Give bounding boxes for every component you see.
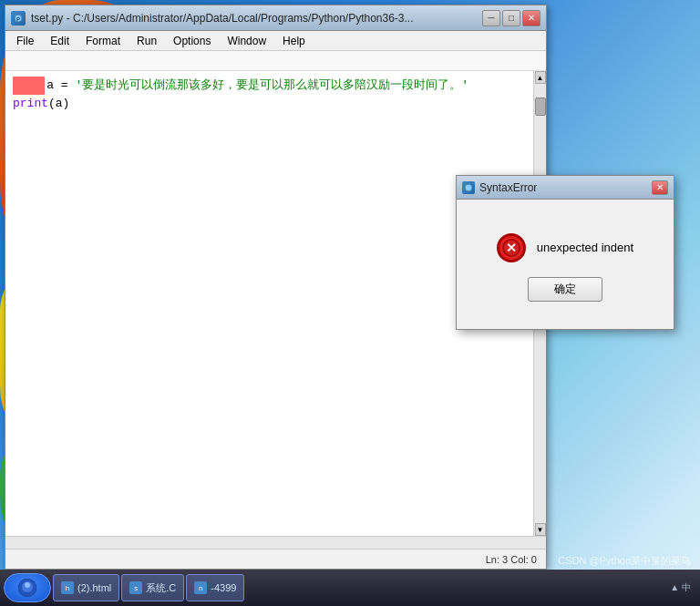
watermark-text: CSDN @Python菜中菜的菜鸟 <box>558 555 691 566</box>
dialog-titlebar: SyntaxError ✕ <box>457 176 674 200</box>
dialog-body: ✕ unexpected indent 确定 <box>457 200 674 329</box>
titlebar-buttons: ─ □ ✕ <box>482 10 540 26</box>
dialog-message-text: unexpected indent <box>537 241 633 254</box>
taskbar-sys-label: 系统.C <box>146 581 176 595</box>
code-print-keyword: print <box>13 95 48 113</box>
code-line-2: print(a) <box>13 95 526 113</box>
idle-titlebar: P tset.py - C:/Users/Administrator/AppDa… <box>5 5 546 31</box>
taskbar-item-num[interactable]: n -4399 <box>186 574 244 601</box>
taskbar-items: h (2).html s 系统.C n -4399 <box>53 574 663 601</box>
taskbar-num-label: -4399 <box>211 582 236 593</box>
taskbar-time: ▲ 中 <box>670 581 691 594</box>
dialog-title-text: SyntaxError <box>479 181 537 194</box>
scroll-thumb[interactable] <box>535 98 546 116</box>
dialog-close-button[interactable]: ✕ <box>652 180 668 195</box>
start-button[interactable] <box>4 573 51 602</box>
code-line-1: a = '要是时光可以倒流那该多好，要是可以那么就可以多陪汉励一段时间了。' <box>13 77 526 95</box>
close-button[interactable]: ✕ <box>522 10 540 26</box>
menu-options[interactable]: Options <box>166 33 218 49</box>
maximize-button[interactable]: □ <box>502 10 520 26</box>
menu-help[interactable]: Help <box>275 33 313 49</box>
dialog-app-icon <box>462 181 475 194</box>
svg-point-2 <box>465 184 472 191</box>
idle-title-text: tset.py - C:/Users/Administrator/AppData… <box>31 12 414 25</box>
taskbar-sys-icon: s <box>129 581 142 594</box>
titlebar-left: P tset.py - C:/Users/Administrator/AppDa… <box>11 11 414 26</box>
syntax-error-dialog: SyntaxError ✕ ✕ unexpected indent 确定 <box>456 175 674 330</box>
code-print-args: (a) <box>48 95 69 113</box>
cursor-position: Ln: 3 Col: 0 <box>486 554 537 565</box>
taskbar-item-html[interactable]: h (2).html <box>53 574 119 601</box>
scroll-down-arrow[interactable]: ▼ <box>535 523 546 536</box>
csdn-watermark: CSDN @Python菜中菜的菜鸟 <box>558 554 691 568</box>
taskbar-num-icon: n <box>194 581 207 594</box>
idle-statusbar: Ln: 3 Col: 0 <box>5 549 546 569</box>
dialog-title-left: SyntaxError <box>462 181 537 194</box>
dialog-message-row: ✕ unexpected indent <box>497 233 633 262</box>
menu-format[interactable]: Format <box>78 33 128 49</box>
menu-run[interactable]: Run <box>129 33 164 49</box>
taskbar-html-label: (2).html <box>77 582 111 593</box>
taskbar-system-tray: ▲ 中 <box>664 581 696 594</box>
taskbar: h (2).html s 系统.C n -4399 ▲ 中 <box>0 570 700 606</box>
minimize-button[interactable]: ─ <box>482 10 500 26</box>
dialog-ok-button[interactable]: 确定 <box>528 277 602 302</box>
svg-point-8 <box>25 582 30 588</box>
menu-file[interactable]: File <box>9 33 41 49</box>
menu-window[interactable]: Window <box>220 33 273 49</box>
scroll-up-arrow[interactable]: ▲ <box>535 71 546 84</box>
code-line1-text: a = '要是时光可以倒流那该多好，要是可以那么就可以多陪汉励一段时间了。' <box>46 77 468 95</box>
idle-menubar: File Edit Format Run Options Window Help <box>5 31 546 51</box>
editor-content[interactable]: a = '要是时光可以倒流那该多好，要是可以那么就可以多陪汉励一段时间了。' p… <box>5 71 533 536</box>
error-icon: ✕ <box>497 233 526 262</box>
svg-text:P: P <box>16 16 20 22</box>
horizontal-scrollbar[interactable] <box>5 536 546 549</box>
menu-edit[interactable]: Edit <box>43 33 77 49</box>
taskbar-html-icon: h <box>61 581 74 594</box>
taskbar-item-sys[interactable]: s 系统.C <box>121 574 184 601</box>
indent-highlight <box>13 77 45 95</box>
svg-text:✕: ✕ <box>506 241 517 255</box>
idle-toolbar <box>5 51 546 71</box>
desktop: P tset.py - C:/Users/Administrator/AppDa… <box>0 0 700 606</box>
idle-app-icon: P <box>11 11 26 26</box>
